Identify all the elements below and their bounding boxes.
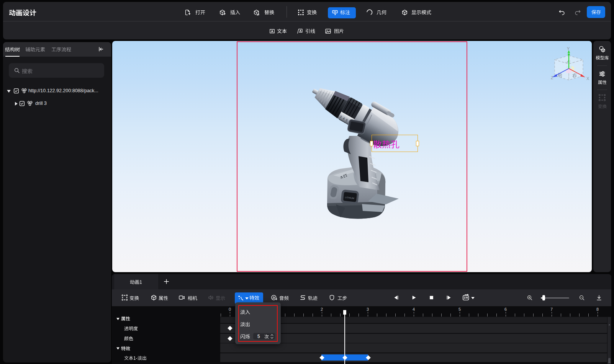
svg-text:X: X <box>586 76 589 81</box>
svg-text:Y: Y <box>567 46 570 51</box>
svg-text:Z: Z <box>551 75 553 80</box>
